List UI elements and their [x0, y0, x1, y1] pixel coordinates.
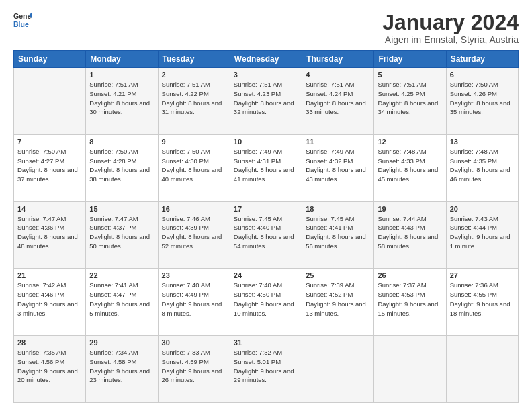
day-number: 1 [89, 71, 154, 79]
svg-text:Blue: Blue [13, 20, 29, 28]
table-cell: 4Sunrise: 7:51 AMSunset: 4:24 PMDaylight… [302, 68, 374, 135]
table-row: 7Sunrise: 7:50 AMSunset: 4:27 PMDaylight… [14, 134, 519, 201]
day-info: Sunrise: 7:45 AMSunset: 4:41 PMDaylight:… [306, 214, 370, 251]
day-info: Sunrise: 7:36 AMSunset: 4:55 PMDaylight:… [450, 281, 515, 318]
day-number: 28 [17, 338, 82, 347]
day-number: 12 [378, 138, 442, 146]
day-info: Sunrise: 7:43 AMSunset: 4:44 PMDaylight:… [450, 214, 515, 251]
svg-text:General: General [13, 12, 32, 20]
day-number: 7 [17, 138, 82, 146]
page: General Blue January 2024 Aigen im Ennst… [0, 0, 532, 411]
table-cell: 26Sunrise: 7:37 AMSunset: 4:53 PMDayligh… [374, 269, 446, 336]
day-info: Sunrise: 7:40 AMSunset: 4:50 PMDaylight:… [234, 281, 298, 318]
col-wednesday: Wednesday [230, 51, 302, 68]
day-info: Sunrise: 7:41 AMSunset: 4:47 PMDaylight:… [89, 281, 154, 318]
table-cell: 22Sunrise: 7:41 AMSunset: 4:47 PMDayligh… [86, 269, 158, 336]
day-info: Sunrise: 7:51 AMSunset: 4:22 PMDaylight:… [162, 80, 226, 117]
day-number: 14 [17, 205, 82, 213]
calendar-table: Sunday Monday Tuesday Wednesday Thursday… [13, 50, 519, 403]
table-cell: 25Sunrise: 7:39 AMSunset: 4:52 PMDayligh… [302, 269, 374, 336]
day-info: Sunrise: 7:48 AMSunset: 4:33 PMDaylight:… [378, 147, 442, 184]
logo-icon: General Blue [13, 11, 32, 30]
day-info: Sunrise: 7:46 AMSunset: 4:39 PMDaylight:… [162, 214, 226, 251]
day-info: Sunrise: 7:49 AMSunset: 4:32 PMDaylight:… [306, 147, 370, 184]
table-cell: 14Sunrise: 7:47 AMSunset: 4:36 PMDayligh… [14, 201, 86, 269]
table-cell: 28Sunrise: 7:35 AMSunset: 4:56 PMDayligh… [14, 336, 86, 403]
table-cell: 20Sunrise: 7:43 AMSunset: 4:44 PMDayligh… [446, 201, 518, 269]
table-cell: 29Sunrise: 7:34 AMSunset: 4:58 PMDayligh… [86, 336, 158, 403]
day-info: Sunrise: 7:34 AMSunset: 4:58 PMDaylight:… [89, 348, 154, 385]
day-number: 26 [378, 271, 442, 279]
table-cell [302, 336, 374, 403]
table-cell: 17Sunrise: 7:45 AMSunset: 4:40 PMDayligh… [230, 201, 302, 269]
table-cell: 11Sunrise: 7:49 AMSunset: 4:32 PMDayligh… [302, 134, 374, 201]
day-number: 19 [378, 205, 442, 213]
table-row: 14Sunrise: 7:47 AMSunset: 4:36 PMDayligh… [14, 201, 519, 269]
day-info: Sunrise: 7:45 AMSunset: 4:40 PMDaylight:… [234, 214, 298, 251]
col-saturday: Saturday [446, 51, 518, 68]
day-number: 13 [450, 138, 515, 146]
table-row: 28Sunrise: 7:35 AMSunset: 4:56 PMDayligh… [14, 336, 519, 403]
table-row: 21Sunrise: 7:42 AMSunset: 4:46 PMDayligh… [14, 269, 519, 336]
table-cell: 23Sunrise: 7:40 AMSunset: 4:49 PMDayligh… [158, 269, 230, 336]
day-number: 22 [89, 271, 154, 279]
day-number: 15 [89, 205, 154, 213]
col-tuesday: Tuesday [158, 51, 230, 68]
header-row: Sunday Monday Tuesday Wednesday Thursday… [14, 51, 519, 68]
page-subtitle: Aigen im Ennstal, Styria, Austria [382, 34, 519, 45]
table-cell: 12Sunrise: 7:48 AMSunset: 4:33 PMDayligh… [374, 134, 446, 201]
day-number: 21 [17, 271, 82, 279]
table-cell: 18Sunrise: 7:45 AMSunset: 4:41 PMDayligh… [302, 201, 374, 269]
day-info: Sunrise: 7:39 AMSunset: 4:52 PMDaylight:… [306, 281, 370, 318]
day-info: Sunrise: 7:51 AMSunset: 4:21 PMDaylight:… [89, 80, 154, 117]
day-number: 25 [306, 271, 370, 279]
table-cell: 16Sunrise: 7:46 AMSunset: 4:39 PMDayligh… [158, 201, 230, 269]
table-cell [374, 336, 446, 403]
title-block: January 2024 Aigen im Ennstal, Styria, A… [382, 11, 519, 45]
day-number: 2 [162, 71, 226, 79]
page-title: January 2024 [382, 11, 519, 34]
day-number: 6 [450, 71, 515, 79]
day-number: 24 [234, 271, 298, 279]
day-number: 23 [162, 271, 226, 279]
day-info: Sunrise: 7:49 AMSunset: 4:31 PMDaylight:… [234, 147, 298, 184]
day-info: Sunrise: 7:51 AMSunset: 4:23 PMDaylight:… [234, 80, 298, 117]
table-cell: 10Sunrise: 7:49 AMSunset: 4:31 PMDayligh… [230, 134, 302, 201]
day-info: Sunrise: 7:50 AMSunset: 4:27 PMDaylight:… [17, 147, 82, 184]
table-cell: 15Sunrise: 7:47 AMSunset: 4:37 PMDayligh… [86, 201, 158, 269]
table-cell: 24Sunrise: 7:40 AMSunset: 4:50 PMDayligh… [230, 269, 302, 336]
table-cell: 8Sunrise: 7:50 AMSunset: 4:28 PMDaylight… [86, 134, 158, 201]
day-info: Sunrise: 7:42 AMSunset: 4:46 PMDaylight:… [17, 281, 82, 318]
day-info: Sunrise: 7:51 AMSunset: 4:25 PMDaylight:… [378, 80, 442, 117]
day-info: Sunrise: 7:32 AMSunset: 5:01 PMDaylight:… [234, 348, 298, 385]
col-thursday: Thursday [302, 51, 374, 68]
table-cell: 13Sunrise: 7:48 AMSunset: 4:35 PMDayligh… [446, 134, 518, 201]
day-number: 29 [89, 338, 154, 347]
day-info: Sunrise: 7:50 AMSunset: 4:30 PMDaylight:… [162, 147, 226, 184]
day-info: Sunrise: 7:48 AMSunset: 4:35 PMDaylight:… [450, 147, 515, 184]
day-info: Sunrise: 7:50 AMSunset: 4:28 PMDaylight:… [89, 147, 154, 184]
day-number: 16 [162, 205, 226, 213]
day-info: Sunrise: 7:47 AMSunset: 4:36 PMDaylight:… [17, 214, 82, 251]
day-info: Sunrise: 7:50 AMSunset: 4:26 PMDaylight:… [450, 80, 515, 117]
col-sunday: Sunday [14, 51, 86, 68]
day-number: 18 [306, 205, 370, 213]
day-info: Sunrise: 7:35 AMSunset: 4:56 PMDaylight:… [17, 348, 82, 385]
table-cell [446, 336, 518, 403]
table-cell: 1Sunrise: 7:51 AMSunset: 4:21 PMDaylight… [86, 68, 158, 135]
table-cell: 7Sunrise: 7:50 AMSunset: 4:27 PMDaylight… [14, 134, 86, 201]
day-info: Sunrise: 7:40 AMSunset: 4:49 PMDaylight:… [162, 281, 226, 318]
day-info: Sunrise: 7:33 AMSunset: 4:59 PMDaylight:… [162, 348, 226, 385]
day-number: 30 [162, 338, 226, 347]
table-cell: 2Sunrise: 7:51 AMSunset: 4:22 PMDaylight… [158, 68, 230, 135]
day-number: 11 [306, 138, 370, 146]
table-cell: 31Sunrise: 7:32 AMSunset: 5:01 PMDayligh… [230, 336, 302, 403]
logo: General Blue [13, 11, 32, 30]
day-info: Sunrise: 7:47 AMSunset: 4:37 PMDaylight:… [89, 214, 154, 251]
header: General Blue January 2024 Aigen im Ennst… [13, 11, 519, 45]
table-cell: 5Sunrise: 7:51 AMSunset: 4:25 PMDaylight… [374, 68, 446, 135]
day-info: Sunrise: 7:44 AMSunset: 4:43 PMDaylight:… [378, 214, 442, 251]
day-number: 5 [378, 71, 442, 79]
day-info: Sunrise: 7:51 AMSunset: 4:24 PMDaylight:… [306, 80, 370, 117]
day-number: 17 [234, 205, 298, 213]
